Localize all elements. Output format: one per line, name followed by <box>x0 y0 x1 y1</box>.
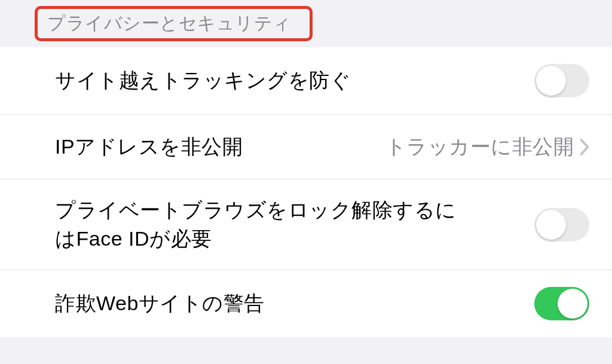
settings-list: サイト越えトラッキングを防ぐ IPアドレスを非公開 トラッカーに非公開 プライベ… <box>0 47 612 337</box>
row-label: IPアドレスを非公開 <box>55 133 385 161</box>
row-prevent-cross-site-tracking[interactable]: サイト越えトラッキングを防ぐ <box>0 47 612 114</box>
toggle-cross-site-tracking[interactable] <box>534 64 589 97</box>
row-hide-ip-address[interactable]: IPアドレスを非公開 トラッカーに非公開 <box>0 114 612 179</box>
section-header-highlight: プライバシーとセキュリティ <box>35 6 313 41</box>
settings-container: プライバシーとセキュリティ サイト越えトラッキングを防ぐ IPアドレスを非公開 … <box>0 0 612 364</box>
row-private-browsing-faceid[interactable]: プライベートブラウズをロック解除するにはFace IDが必要 <box>0 179 612 270</box>
section-header-wrap: プライバシーとセキュリティ <box>0 0 612 47</box>
row-fraudulent-website-warning[interactable]: 詐欺Webサイトの警告 <box>0 270 612 337</box>
toggle-private-browsing-faceid[interactable] <box>534 208 589 241</box>
row-label: 詐欺Webサイトの警告 <box>55 289 534 318</box>
chevron-right-icon <box>580 138 589 156</box>
row-value: トラッカーに非公開 <box>385 133 574 161</box>
row-label: プライベートブラウズをロック解除するにはFace IDが必要 <box>55 196 485 253</box>
row-label: サイト越えトラッキングを防ぐ <box>55 66 534 95</box>
toggle-fraudulent-website-warning[interactable] <box>534 287 589 320</box>
section-title: プライバシーとセキュリティ <box>47 13 292 33</box>
row-value-wrap: トラッカーに非公開 <box>385 133 590 161</box>
